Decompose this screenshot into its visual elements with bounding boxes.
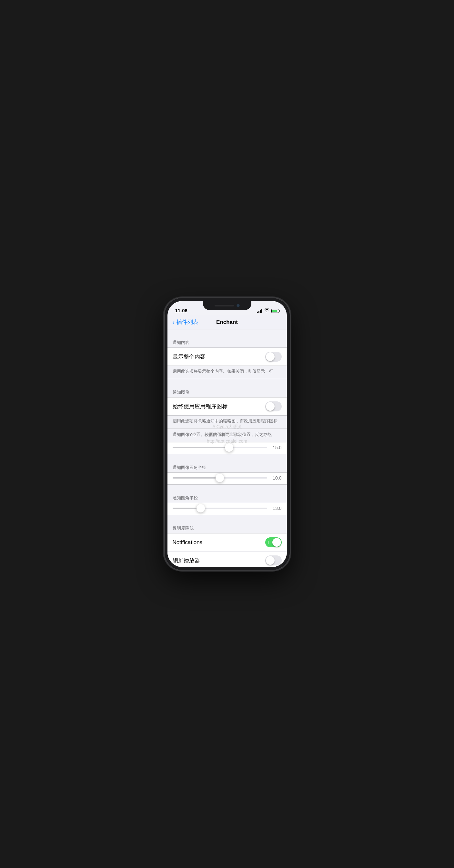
- camera: [236, 304, 240, 307]
- battery-icon: [271, 309, 279, 313]
- speaker: [215, 305, 234, 306]
- label-notifications: Notifications: [173, 539, 203, 546]
- desc-image-y: 通知图像Y位置。较低的值将向上移动位置，反之亦然: [167, 429, 287, 442]
- label-show-full-content: 显示整个内容: [173, 353, 205, 361]
- back-arrow-icon: ‹: [173, 318, 175, 326]
- wifi-icon: [264, 308, 269, 313]
- spacer3: [167, 454, 287, 460]
- slider-image-corner-value: 10.0: [270, 475, 282, 480]
- toggle-notifications[interactable]: I: [265, 537, 282, 547]
- toggle-show-full-content[interactable]: [265, 352, 282, 362]
- label-lock-screen-player: 锁屏播放器: [173, 557, 200, 564]
- section-header-image-corner: 通知图像圆角半径: [167, 460, 287, 472]
- signal-icon: [257, 309, 262, 313]
- desc-show-full-content: 启用此选项将显示整个内容。如果关闭，则仅显示一行: [167, 366, 287, 379]
- group-transparency: Notifications I 锁屏播放器: [167, 533, 287, 567]
- slider-image-y-value: 15.0: [270, 445, 282, 450]
- slider-corner-radius[interactable]: 13.0: [167, 503, 287, 515]
- phone-frame: 11:06: [164, 298, 290, 570]
- status-icons: [257, 308, 279, 313]
- row-lock-screen-player[interactable]: 锁屏播放器: [167, 552, 287, 567]
- slider-image-y[interactable]: 15.0: [167, 442, 287, 454]
- section-header-transparency: 透明度降低: [167, 520, 287, 533]
- page-title: Enchant: [216, 319, 238, 326]
- settings-content[interactable]: 通知内容 显示整个内容 启用此选项将显示整个内容。如果关闭，则仅显示一行 通知图…: [167, 330, 287, 567]
- section-header-corner-radius: 通知圆角半径: [167, 490, 287, 503]
- spacer2: [167, 379, 287, 384]
- desc-always-use-app-icon: 启用此选项将忽略通知中的缩略图，而改用应用程序图标: [167, 415, 287, 429]
- spacer5: [167, 515, 287, 520]
- back-button[interactable]: ‹ 插件列表: [173, 318, 199, 326]
- toggle-always-use-app-icon[interactable]: [265, 401, 282, 411]
- label-always-use-app-icon: 始终使用应用程序图标: [173, 403, 227, 410]
- status-time: 11:06: [175, 308, 188, 313]
- row-always-use-app-icon[interactable]: 始终使用应用程序图标: [167, 398, 287, 415]
- screen: 11:06: [167, 301, 287, 567]
- toggle-lock-screen-player[interactable]: [265, 555, 282, 565]
- spacer: [167, 330, 287, 335]
- slider-corner-radius-value: 13.0: [270, 506, 282, 511]
- nav-bar: ‹ 插件列表 Enchant: [167, 315, 287, 330]
- row-show-full-content[interactable]: 显示整个内容: [167, 348, 287, 366]
- back-label: 插件列表: [176, 318, 198, 326]
- section-header-notification-content: 通知内容: [167, 335, 287, 347]
- spacer4: [167, 485, 287, 490]
- section-header-notification-image: 通知图像: [167, 384, 287, 397]
- slider-image-corner[interactable]: 10.0: [167, 472, 287, 485]
- row-notifications[interactable]: Notifications I: [167, 533, 287, 552]
- group-notification-content: 显示整个内容: [167, 347, 287, 366]
- group-notification-image: 始终使用应用程序图标: [167, 397, 287, 415]
- notch: [203, 301, 251, 310]
